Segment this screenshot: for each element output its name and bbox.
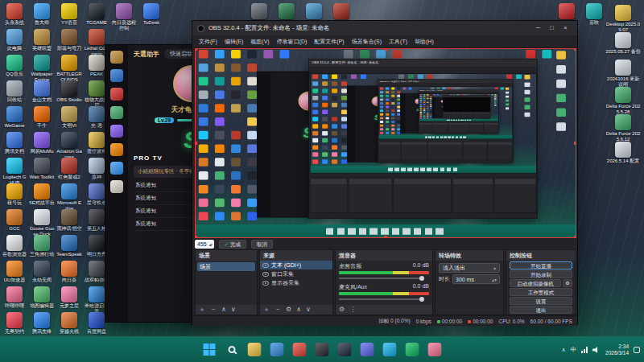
start-recording-button[interactable]: 开始录制	[510, 270, 572, 278]
ime-indicator[interactable]: 中	[571, 346, 577, 354]
menu-item[interactable]: 配置文件(P)	[311, 38, 347, 46]
taskbar-icon-edge[interactable]	[268, 340, 287, 359]
desktop-icon[interactable]: 租号玩	[2, 183, 27, 206]
rail-game-icon[interactable]	[110, 143, 123, 156]
cancel-button[interactable]: 取消	[251, 240, 273, 249]
taskbar-clock[interactable]: 2:342026/3/14	[605, 343, 629, 356]
desktop-icon[interactable]: OBS Studio	[56, 80, 82, 103]
source-item[interactable]: 窗口采集	[260, 269, 332, 278]
up-icon[interactable]: ∧	[296, 305, 301, 315]
rail-game-icon[interactable]	[110, 69, 123, 82]
scene-item[interactable]: 场景	[197, 262, 255, 271]
desktop-icon[interactable]: Wait Toolkit	[29, 158, 55, 180]
taskbar-icon-chrome[interactable]	[291, 340, 309, 359]
rail-game-icon[interactable]	[110, 88, 123, 101]
rail-game-icon[interactable]	[110, 106, 123, 119]
menu-item[interactable]: 场景集合(S)	[349, 38, 385, 46]
desktop-icon[interactable]: 2025.05.27 备份	[605, 32, 641, 55]
virtual-camera-button[interactable]: 启动虚拟摄像机	[510, 279, 561, 287]
taskbar-icon-discord[interactable]	[358, 340, 377, 359]
exit-button[interactable]: 退出	[510, 306, 572, 314]
up-icon[interactable]: ∧	[221, 305, 226, 315]
preview-size-spinbox[interactable]: 455	[195, 240, 214, 249]
desktop-icon[interactable]: Logitech G HUB	[2, 158, 27, 186]
transition-select[interactable]: 淡入淡出▾	[439, 263, 500, 273]
desktop-icon[interactable]: 元梦之星	[56, 286, 82, 309]
duration-spinbox[interactable]: 300 ms▴▾	[452, 274, 500, 284]
visibility-eye-icon[interactable]	[262, 281, 269, 286]
desktop-icon[interactable]: 穿越火线	[56, 312, 82, 335]
desktop-icon[interactable]: 5E对战平台	[29, 183, 55, 206]
apply-button[interactable]: 完成	[219, 240, 246, 249]
remove-icon[interactable]: －	[275, 305, 281, 315]
desktop-icon[interactable]: 部落与弯刀	[56, 29, 82, 51]
desktop-icon[interactable]: 2026.5.14 配置	[605, 142, 641, 164]
add-icon[interactable]: ＋	[263, 305, 270, 315]
desktop-icon[interactable]: 向日葵	[56, 261, 82, 283]
desktop-icon[interactable]: 无畏契约	[2, 312, 27, 335]
desktop-icon[interactable]: QQ音乐	[2, 55, 27, 77]
taskbar-icon-explorer[interactable]	[246, 340, 264, 359]
minimize-button[interactable]: ─	[531, 21, 545, 35]
volume-slider[interactable]	[339, 296, 429, 302]
close-button[interactable]: ×	[559, 21, 572, 35]
desktop-icon[interactable]: 英雄联盟	[29, 29, 55, 51]
rail-game-icon[interactable]	[110, 125, 123, 138]
rail-game-icon[interactable]	[110, 180, 123, 193]
network-icon[interactable]	[581, 347, 588, 353]
desktop-icon[interactable]: Amazon Games	[56, 132, 82, 160]
desktop-icon[interactable]: 20241016 更新说明	[605, 60, 641, 88]
desktop-icon[interactable]: 腾讯文档	[2, 132, 27, 154]
down-icon[interactable]: ∨	[306, 305, 311, 315]
tray-chevron-icon[interactable]	[561, 347, 565, 353]
taskbar-icon-start[interactable]	[200, 340, 219, 359]
settings-button[interactable]: 设置	[510, 297, 572, 305]
down-icon[interactable]: ∨	[231, 305, 236, 315]
desktop-icon[interactable]: 千牛	[29, 106, 55, 129]
visibility-eye-icon[interactable]	[262, 272, 269, 277]
desktop-icon[interactable]: 金山文档	[29, 80, 55, 103]
menu-item[interactable]: 帮助(H)	[411, 38, 437, 46]
taskbar-icon-qq[interactable]	[381, 340, 399, 359]
add-icon[interactable]: ＋	[199, 305, 205, 315]
desktop-icon[interactable]: BATTLEGROUNDS	[56, 55, 82, 83]
desktop-icon[interactable]: 地图编辑器	[29, 286, 55, 309]
rail-game-icon[interactable]	[110, 162, 123, 175]
desktop-icon[interactable]: 永劫无间	[29, 261, 55, 283]
dots-icon[interactable]: ⋮	[349, 305, 356, 315]
menu-item[interactable]: 停靠窗口(D)	[274, 38, 311, 46]
taskbar-icon-search[interactable]	[223, 340, 242, 359]
desktop-icon[interactable]: YY语音	[56, 3, 82, 26]
desktop-icon[interactable]: Desktop 2025.09.07	[605, 5, 641, 33]
visibility-eye-icon[interactable]	[262, 263, 269, 268]
desktop-icon[interactable]: 剪映	[581, 3, 607, 26]
desktop-icon[interactable]: 文明VI	[56, 106, 82, 129]
desktop-icon[interactable]: 谷歌浏览器	[2, 235, 27, 257]
rail-game-icon[interactable]	[110, 51, 123, 64]
gear-icon[interactable]: ⚙	[339, 305, 345, 315]
desktop-icon[interactable]: Microsoft Edge	[56, 183, 82, 212]
taskbar-icon-bilibili[interactable]	[426, 340, 444, 359]
maximize-button[interactable]: □	[545, 21, 559, 35]
desktop-icon[interactable]: Goose Goose Duck	[29, 209, 55, 237]
desktop-icon[interactable]: 此电脑	[2, 29, 27, 51]
desktop-icon[interactable]: WeGame	[2, 106, 27, 129]
taskbar-icon-obs[interactable]	[313, 340, 332, 359]
desktop-icon[interactable]: UU加速器	[2, 261, 27, 283]
desktop-icon[interactable]: Delta Force 2025.6.12	[605, 114, 641, 142]
menu-item[interactable]: 文件(F)	[196, 38, 221, 46]
desktop-icon[interactable]: 哔哩哔哩	[2, 286, 27, 309]
desktop-icon[interactable]: 头条系统	[2, 3, 27, 26]
desktop-icon[interactable]: 三角洲行动	[29, 235, 55, 257]
menu-item[interactable]: 视图(V)	[247, 38, 272, 46]
desktop-icon[interactable]: 红色警戒2	[56, 158, 82, 180]
taskbar-icon-wechat[interactable]	[403, 340, 422, 359]
studio-mode-button[interactable]: 工作室模式	[510, 288, 572, 296]
notification-icon[interactable]	[634, 347, 640, 353]
source-item[interactable]: 文本 (GDI+)	[260, 261, 332, 269]
desktop-icon[interactable]: 鲁大师	[29, 3, 55, 26]
desktop-icon[interactable]: 向日葵远程控制	[111, 3, 137, 31]
obs-preview-canvas[interactable]: SOBS 32.0.4 - 配置文件: 未命名 - 场景: 未命名SOBS 32…	[195, 48, 576, 238]
menu-item[interactable]: 工具(T)	[386, 38, 411, 46]
desktop-icon[interactable]: TCGAME	[84, 3, 109, 26]
